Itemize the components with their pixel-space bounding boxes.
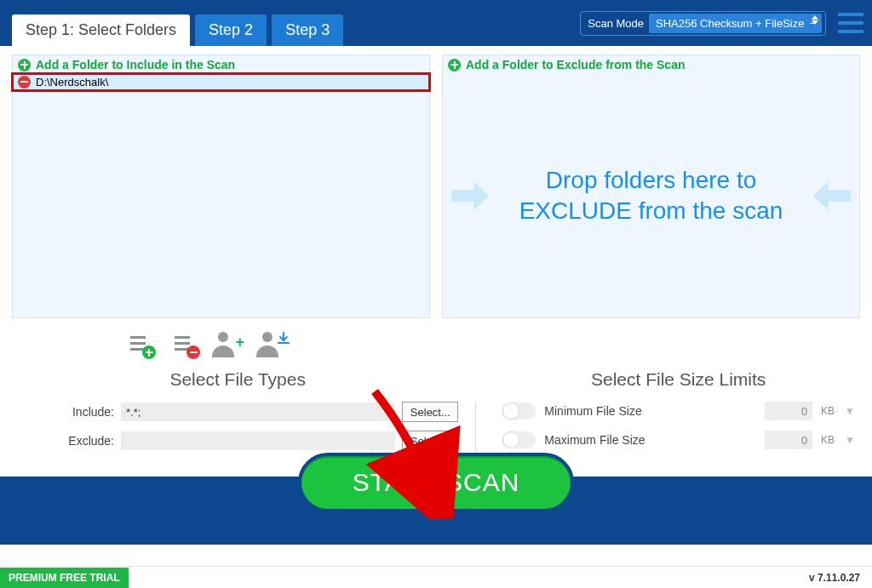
include-types-input[interactable] bbox=[121, 402, 395, 421]
min-size-unit: KB bbox=[821, 405, 836, 417]
exclude-panel: Add a Folder to Exclude from the Scan Dr… bbox=[442, 54, 860, 318]
include-select-button[interactable]: Select... bbox=[402, 402, 458, 422]
add-include-folder-button[interactable]: Add a Folder to Include in the Scan bbox=[13, 55, 429, 74]
menu-icon[interactable] bbox=[838, 13, 863, 33]
min-size-label: Minimum File Size bbox=[544, 404, 756, 418]
app-header: Step 1: Select Folders Step 2 Step 3 Sca… bbox=[0, 0, 872, 46]
min-size-toggle[interactable] bbox=[502, 402, 536, 420]
add-exclude-folder-button[interactable]: Add a Folder to Exclude from the Scan bbox=[443, 55, 859, 74]
include-folder-row[interactable]: D:\Nerdschalk\ bbox=[13, 74, 429, 90]
divider bbox=[475, 402, 476, 454]
max-size-label: Maximum File Size bbox=[544, 433, 756, 447]
folder-path: D:\Nerdschalk\ bbox=[36, 76, 108, 88]
include-panel: Add a Folder to Include in the Scan D:\N… bbox=[12, 54, 430, 318]
add-user-icon[interactable]: + bbox=[212, 332, 243, 357]
remove-list-icon[interactable] bbox=[168, 332, 198, 357]
include-label: Include: bbox=[17, 405, 114, 419]
remove-icon[interactable] bbox=[18, 76, 31, 88]
scan-bar: START SCAN bbox=[0, 477, 872, 545]
max-size-toggle[interactable] bbox=[502, 431, 536, 448]
plus-icon bbox=[448, 59, 461, 71]
file-types-section: Select File Types Include: Select... Exc… bbox=[17, 369, 458, 460]
tab-step2[interactable]: Step 2 bbox=[195, 14, 267, 46]
footer: PREMIUM FREE TRIAL v 7.11.0.27 bbox=[0, 566, 872, 588]
list-toolbar: + bbox=[0, 332, 872, 357]
arrow-left-icon bbox=[813, 181, 851, 210]
exclude-drop-zone[interactable]: Drop folders here to EXCLUDE from the sc… bbox=[443, 74, 859, 317]
exclude-label: Exclude: bbox=[17, 434, 114, 448]
import-user-icon[interactable] bbox=[256, 332, 287, 357]
arrow-right-icon bbox=[451, 181, 489, 210]
size-limits-title: Select File Size Limits bbox=[502, 369, 855, 390]
plus-icon bbox=[18, 59, 31, 71]
exclude-header-label: Add a Folder to Exclude from the Scan bbox=[466, 58, 685, 71]
min-size-input[interactable] bbox=[765, 402, 812, 420]
file-types-title: Select File Types bbox=[17, 369, 458, 390]
start-scan-button[interactable]: START SCAN bbox=[298, 453, 575, 512]
exclude-select-button[interactable]: Select... bbox=[402, 431, 458, 451]
min-unit-dropdown[interactable]: ▼ bbox=[845, 405, 855, 417]
scan-mode-select[interactable]: SHA256 Checksum + FileSize bbox=[649, 14, 822, 33]
tab-step3[interactable]: Step 3 bbox=[272, 14, 343, 46]
scan-mode-label: Scan Mode bbox=[588, 17, 644, 30]
version-label: v 7.11.0.27 bbox=[809, 572, 872, 584]
trial-badge[interactable]: PREMIUM FREE TRIAL bbox=[0, 568, 129, 588]
size-limits-section: Select File Size Limits Minimum File Siz… bbox=[493, 369, 855, 460]
scan-mode-control[interactable]: Scan Mode SHA256 Checksum + FileSize bbox=[580, 11, 826, 36]
max-unit-dropdown[interactable]: ▼ bbox=[845, 434, 855, 446]
add-list-icon[interactable] bbox=[123, 332, 154, 357]
exclude-types-input[interactable] bbox=[121, 431, 395, 450]
step-tabs: Step 1: Select Folders Step 2 Step 3 bbox=[12, 0, 343, 46]
max-size-input[interactable] bbox=[765, 431, 812, 449]
include-header-label: Add a Folder to Include in the Scan bbox=[36, 58, 235, 71]
tab-step1[interactable]: Step 1: Select Folders bbox=[12, 14, 190, 46]
max-size-unit: KB bbox=[821, 434, 836, 446]
drop-hint-text: Drop folders here to EXCLUDE from the sc… bbox=[497, 165, 805, 227]
